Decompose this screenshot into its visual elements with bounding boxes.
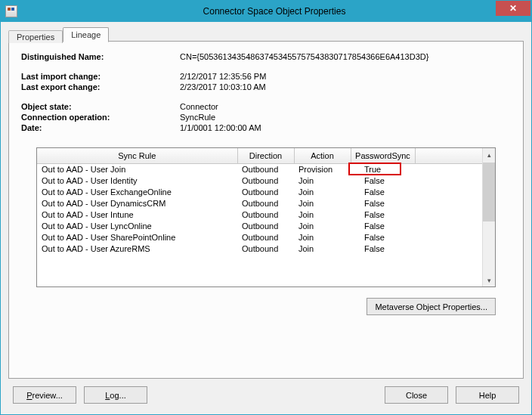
tab-panel-inner: Distinguished Name: CN={5053613435486374… — [21, 52, 511, 369]
row-date: Date: 1/1/0001 12:00:00 AM — [21, 123, 511, 132]
app-icon — [5, 5, 17, 17]
object-state-value: Connector — [180, 102, 218, 111]
col-header-sync-rule[interactable]: Sync Rule — [37, 148, 237, 163]
cell-fill — [415, 221, 482, 232]
table-row[interactable]: Out to AAD - User IdentityOutboundJoinFa… — [37, 175, 482, 187]
dn-label: Distinguished Name: — [21, 52, 180, 61]
cell-action: Join — [294, 198, 351, 209]
cell-direction: Outbound — [237, 221, 294, 232]
scroll-thumb[interactable] — [483, 163, 495, 221]
cell-pwsync: False — [351, 187, 415, 198]
scroll-track[interactable] — [483, 161, 495, 274]
conn-op-label: Connection operation: — [21, 113, 180, 122]
cell-pwsync: False — [351, 232, 415, 243]
cell-fill — [415, 163, 482, 175]
metaverse-properties-button[interactable]: Metaverse Object Properties... — [367, 298, 496, 315]
cell-direction: Outbound — [237, 187, 294, 198]
cell-direction: Outbound — [237, 163, 294, 175]
cell-rule: Out to AAD - User ExchangeOnline — [37, 187, 237, 198]
cell-direction: Outbound — [237, 198, 294, 209]
cell-fill — [415, 187, 482, 198]
cell-fill — [415, 209, 482, 221]
dialog-button-bar: Preview... Log... Close Help — [8, 379, 524, 407]
window-title: Connector Space Object Properties — [17, 6, 531, 17]
row-distinguished-name: Distinguished Name: CN={5053613435486374… — [21, 52, 511, 61]
scroll-down-icon[interactable]: ▾ — [483, 274, 495, 286]
client-area: Properties Lineage Distinguished Name: C… — [1, 22, 531, 414]
sync-rule-table: Sync Rule Direction Action PasswordSync … — [37, 148, 482, 255]
row-last-import: Last import change: 2/12/2017 12:35:56 P… — [21, 72, 511, 81]
dn-value: CN={505361343548637453455757543830717854… — [180, 52, 428, 61]
cell-action: Join — [294, 209, 351, 221]
col-header-passwordsync[interactable]: PasswordSync — [351, 148, 415, 163]
cell-pwsync: True — [351, 163, 415, 175]
table-row[interactable]: Out to AAD - User AzureRMSOutboundJoinFa… — [37, 243, 482, 255]
help-button[interactable]: Help — [456, 386, 519, 404]
cell-rule: Out to AAD - User Intune — [37, 209, 237, 221]
metaverse-button-row: Metaverse Object Properties... — [21, 298, 496, 315]
last-export-value: 2/23/2017 10:03:10 AM — [180, 82, 266, 91]
tab-panel-lineage: Distinguished Name: CN={5053613435486374… — [8, 41, 524, 379]
row-connection-operation: Connection operation: SyncRule — [21, 113, 511, 122]
tab-properties[interactable]: Properties — [8, 30, 63, 43]
cell-rule: Out to AAD - User AzureRMS — [37, 243, 237, 255]
object-state-label: Object state: — [21, 102, 180, 111]
tab-lineage[interactable]: Lineage — [63, 27, 109, 42]
cell-pwsync: False — [351, 243, 415, 255]
cell-action: Join — [294, 187, 351, 198]
cell-rule: Out to AAD - User Join — [37, 163, 237, 175]
last-export-label: Last export change: — [21, 82, 180, 91]
last-import-label: Last import change: — [21, 72, 180, 81]
log-button[interactable]: Log... — [84, 386, 147, 404]
col-header-direction[interactable]: Direction — [237, 148, 294, 163]
cell-rule: Out to AAD - User Identity — [37, 175, 237, 187]
vertical-scrollbar[interactable]: ▴ ▾ — [482, 148, 495, 286]
table-row[interactable]: Out to AAD - User LyncOnlineOutboundJoin… — [37, 221, 482, 232]
scroll-up-icon[interactable]: ▴ — [483, 148, 495, 161]
cell-action: Join — [294, 221, 351, 232]
cell-action: Join — [294, 243, 351, 255]
cell-pwsync: False — [351, 198, 415, 209]
table-row[interactable]: Out to AAD - User DynamicsCRMOutboundJoi… — [37, 198, 482, 209]
cell-pwsync: False — [351, 221, 415, 232]
close-button[interactable]: Close — [385, 386, 448, 404]
close-icon[interactable]: ✕ — [496, 1, 530, 16]
cell-direction: Outbound — [237, 243, 294, 255]
conn-op-value: SyncRule — [180, 113, 215, 122]
cell-rule: Out to AAD - User DynamicsCRM — [37, 198, 237, 209]
cell-direction: Outbound — [237, 175, 294, 187]
cell-pwsync: False — [351, 209, 415, 221]
cell-action: Join — [294, 175, 351, 187]
cell-rule: Out to AAD - User SharePointOnline — [37, 232, 237, 243]
titlebar[interactable]: Connector Space Object Properties ✕ — [1, 1, 531, 22]
date-value: 1/1/0001 12:00:00 AM — [180, 123, 261, 132]
col-header-action[interactable]: Action — [294, 148, 351, 163]
last-import-value: 2/12/2017 12:35:56 PM — [180, 72, 266, 81]
cell-fill — [415, 175, 482, 187]
dialog-window: Connector Space Object Properties ✕ Prop… — [0, 0, 532, 415]
cell-direction: Outbound — [237, 232, 294, 243]
table-row[interactable]: Out to AAD - User IntuneOutboundJoinFals… — [37, 209, 482, 221]
cell-pwsync: False — [351, 175, 415, 187]
cell-action: Join — [294, 232, 351, 243]
cell-fill — [415, 232, 482, 243]
row-last-export: Last export change: 2/23/2017 10:03:10 A… — [21, 82, 511, 91]
table-row[interactable]: Out to AAD - User JoinOutboundProvisionT… — [37, 163, 482, 175]
col-header-fill — [415, 148, 482, 163]
sync-rule-list-body: Sync Rule Direction Action PasswordSync … — [37, 148, 482, 286]
cell-action: Provision — [294, 163, 351, 175]
cell-rule: Out to AAD - User LyncOnline — [37, 221, 237, 232]
table-row[interactable]: Out to AAD - User SharePointOnlineOutbou… — [37, 232, 482, 243]
date-label: Date: — [21, 123, 180, 132]
cell-direction: Outbound — [237, 209, 294, 221]
table-row[interactable]: Out to AAD - User ExchangeOnlineOutbound… — [37, 187, 482, 198]
tab-strip: Properties Lineage — [8, 25, 524, 42]
preview-button[interactable]: Preview... — [13, 386, 76, 404]
sync-rule-list[interactable]: Sync Rule Direction Action PasswordSync … — [36, 147, 496, 287]
fields-block: Distinguished Name: CN={5053613435486374… — [21, 52, 511, 132]
cell-fill — [415, 243, 482, 255]
cell-fill — [415, 198, 482, 209]
row-object-state: Object state: Connector — [21, 102, 511, 111]
